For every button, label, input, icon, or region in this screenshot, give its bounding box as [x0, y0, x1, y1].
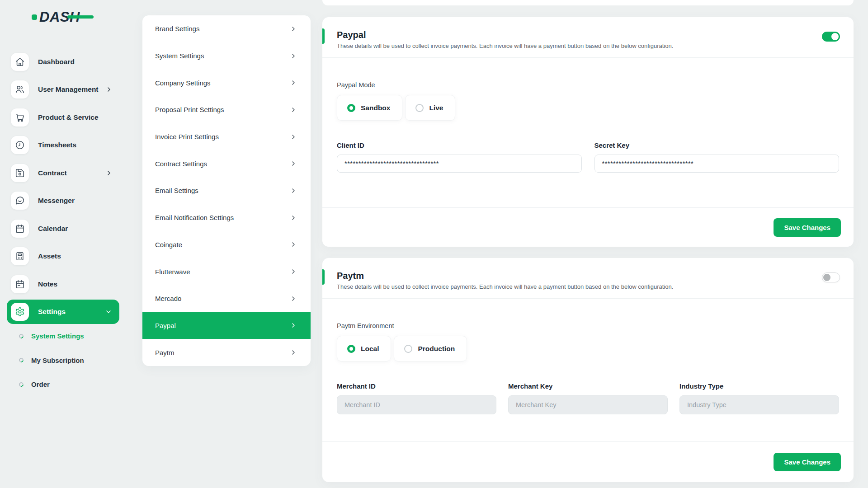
settings-menu-item-invoice-print-settings[interactable]: Invoice Print Settings [142, 123, 311, 150]
sidebar-item-label: Notes [38, 280, 57, 288]
radio-unselected-icon [404, 345, 412, 353]
settings-menu-item-brand-settings[interactable]: Brand Settings [142, 15, 311, 42]
paypal-card-header: Paypal These details will be used to col… [322, 17, 854, 58]
chevron-right-icon [290, 295, 297, 302]
settings-menu-item-email-settings[interactable]: Email Settings [142, 177, 311, 204]
merchant-key-input[interactable] [508, 395, 668, 414]
chevron-right-icon [290, 349, 297, 356]
paytm-fields-row: Merchant ID Merchant Key Industry Type [337, 382, 839, 414]
settings-menu-item-proposal-print-settings[interactable]: Proposal Print Settings [142, 96, 311, 123]
chevron-right-icon [290, 268, 297, 275]
radio-selected-icon [347, 345, 355, 353]
settings-menu-item-flutterwave[interactable]: Flutterwave [142, 258, 311, 285]
chevron-right-icon [290, 133, 297, 141]
sidebar-item-label: Assets [38, 252, 61, 260]
paypal-save-button[interactable]: Save Changes [774, 218, 841, 237]
sidebar-item-label: Dashboard [38, 58, 75, 66]
circle-bullet-icon [18, 381, 24, 388]
paypal-fields-row: Client ID Secret Key [337, 141, 839, 173]
merchant-key-field-group: Merchant Key [508, 382, 668, 414]
settings-menu-item-paytm[interactable]: Paytm [142, 339, 311, 366]
clock-icon [11, 136, 29, 154]
settings-menu-item-contract-settings[interactable]: Contract Settings [142, 150, 311, 177]
settings-subnav: System Settings My Subscription Order [0, 324, 129, 397]
sidebar-item-product-service[interactable]: Product & Service [0, 103, 129, 131]
chevron-right-icon [290, 79, 297, 86]
circle-bullet-icon [18, 357, 24, 363]
subnav-item-system-settings[interactable]: System Settings [0, 324, 129, 348]
merchant-key-label: Merchant Key [508, 382, 668, 390]
paytm-environment-group: Local Production [337, 336, 839, 361]
paytm-save-button[interactable]: Save Changes [774, 453, 841, 471]
settings-menu-item-coingate[interactable]: Coingate [142, 231, 311, 258]
sidebar: DAS H Dashboard User Management Product … [0, 0, 129, 488]
sidebar-item-contract[interactable]: Contract [0, 159, 129, 187]
sidebar-nav: Dashboard User Management Product & Serv… [0, 48, 129, 326]
sidebar-item-dashboard[interactable]: Dashboard [0, 48, 129, 76]
radio-unselected-icon [415, 104, 424, 112]
secret-key-label: Secret Key [594, 141, 840, 149]
paytm-card-header: Paytm These details will be used to coll… [322, 258, 854, 299]
radio-selected-icon [347, 104, 355, 112]
circle-bullet-icon [18, 333, 24, 339]
sidebar-item-timesheets[interactable]: Timesheets [0, 131, 129, 160]
paytm-title: Paytm [337, 270, 839, 282]
paypal-title: Paypal [337, 29, 839, 41]
radio-option-local[interactable]: Local [337, 336, 391, 361]
sidebar-item-label: Messenger [38, 197, 75, 205]
settings-menu-item-company-settings[interactable]: Company Settings [142, 69, 311, 96]
subnav-item-order[interactable]: Order [0, 372, 129, 397]
settings-menu-item-mercado[interactable]: Mercado [142, 285, 311, 312]
paypal-mode-label: Paypal Mode [337, 81, 839, 89]
green-accent-bar [322, 269, 325, 285]
logo-text-h: H [70, 9, 80, 25]
sidebar-item-messenger[interactable]: Messenger [0, 187, 129, 215]
sidebar-item-notes[interactable]: Notes [0, 270, 129, 298]
chevron-right-icon [105, 86, 113, 93]
sidebar-item-label: Timesheets [38, 141, 76, 149]
paytm-card-footer: Save Changes [322, 441, 854, 482]
paypal-description: These details will be used to collect in… [337, 42, 839, 49]
paytm-card-body: Paytm Environment Local Production Merch… [322, 299, 854, 414]
sidebar-item-label: Settings [38, 308, 66, 316]
logo-dot-icon [32, 14, 37, 20]
cart-icon [11, 108, 29, 127]
toggle-knob [823, 274, 830, 281]
logo-dash-icon [67, 15, 94, 19]
chat-icon [11, 192, 29, 210]
chevron-right-icon [290, 322, 297, 329]
subnav-item-my-subscription[interactable]: My Subscription [0, 348, 129, 373]
radio-option-production[interactable]: Production [394, 336, 467, 361]
users-icon [11, 80, 29, 99]
chevron-right-icon [290, 106, 297, 113]
industry-type-input[interactable] [679, 395, 839, 414]
settings-menu-item-paypal[interactable]: Paypal [142, 312, 311, 339]
sidebar-item-calendar[interactable]: Calendar [0, 215, 129, 243]
secret-key-field-group: Secret Key [594, 141, 840, 173]
secret-key-input[interactable] [594, 155, 840, 173]
paytm-enabled-toggle[interactable] [822, 272, 840, 282]
gear-icon [11, 303, 29, 321]
merchant-id-input[interactable] [337, 395, 496, 414]
previous-card-bottom-edge [322, 0, 854, 5]
sidebar-item-assets[interactable]: Assets [0, 243, 129, 271]
client-id-field-group: Client ID [337, 141, 582, 173]
sidebar-item-user-management[interactable]: User Management [0, 76, 129, 104]
chevron-right-icon [290, 52, 297, 60]
client-id-input[interactable] [337, 155, 582, 173]
app-logo[interactable]: DAS H [32, 9, 80, 25]
client-id-label: Client ID [337, 141, 582, 149]
settings-menu-item-email-notification-settings[interactable]: Email Notification Settings [142, 204, 311, 231]
sidebar-item-label: Calendar [38, 225, 68, 233]
chevron-right-icon [105, 169, 113, 177]
radio-option-sandbox[interactable]: Sandbox [337, 95, 402, 121]
settings-menu-item-system-settings[interactable]: System Settings [142, 42, 311, 70]
green-accent-bar [322, 28, 325, 44]
sidebar-item-settings[interactable]: Settings [0, 298, 129, 326]
sidebar-item-label: Product & Service [38, 113, 99, 122]
sidebar-item-label: User Management [38, 85, 99, 94]
paypal-enabled-toggle[interactable] [822, 32, 840, 42]
settings-active-pill: Settings [7, 300, 119, 324]
contract-icon [11, 164, 29, 182]
radio-option-live[interactable]: Live [405, 95, 455, 121]
